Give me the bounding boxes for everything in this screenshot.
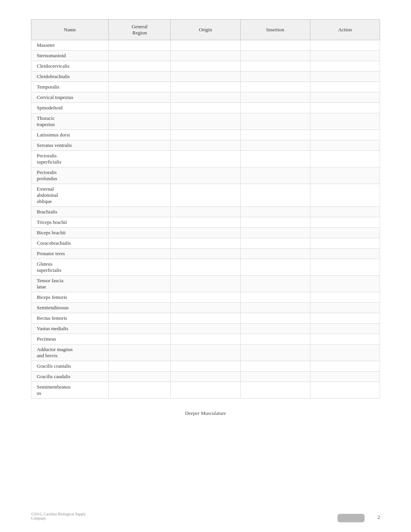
header-name: Name <box>31 20 109 40</box>
muscle-insertion-cell <box>240 303 310 313</box>
muscle-origin-cell <box>171 217 240 228</box>
muscle-name-cell: Pronator teres <box>31 249 109 259</box>
muscle-name-cell: Adductor magnusand brevis <box>31 344 109 361</box>
table-row: Rectus femoris <box>31 313 380 324</box>
muscle-origin-cell <box>171 130 240 140</box>
muscle-name-cell: Biceps brachii <box>31 228 109 238</box>
table-row: Latissimus dorsi <box>31 130 380 140</box>
muscle-insertion-cell <box>240 151 310 167</box>
muscle-action-cell <box>310 72 380 82</box>
table-row: Triceps brachii <box>31 217 380 228</box>
muscle-origin-cell <box>171 92 240 103</box>
muscle-general-cell <box>109 324 171 334</box>
table-row: Semitendinosus <box>31 303 380 313</box>
muscle-general-cell <box>109 72 171 82</box>
muscle-general-cell <box>109 140 171 151</box>
muscle-origin-cell <box>171 207 240 217</box>
page-wrapper: Name GeneralRegion Origin Insertion Acti… <box>0 0 411 447</box>
muscle-action-cell <box>310 92 380 103</box>
table-row: Gluteussuperficialis <box>31 259 380 276</box>
muscle-action-cell <box>310 113 380 130</box>
muscle-name-cell: Latissimus dorsi <box>31 130 109 140</box>
muscle-origin-cell <box>171 292 240 303</box>
muscle-action-cell <box>310 217 380 228</box>
header-origin: Origin <box>171 20 240 40</box>
table-row: Biceps brachii <box>31 228 380 238</box>
muscle-origin-cell <box>171 249 240 259</box>
muscle-insertion-cell <box>240 228 310 238</box>
muscle-action-cell <box>310 361 380 372</box>
muscle-origin-cell <box>171 372 240 382</box>
table-header-row: Name GeneralRegion Origin Insertion Acti… <box>31 20 380 40</box>
muscle-action-cell <box>310 167 380 184</box>
muscle-origin-cell <box>171 382 240 399</box>
muscle-origin-cell <box>171 184 240 207</box>
muscle-general-cell <box>109 303 171 313</box>
muscle-action-cell <box>310 249 380 259</box>
muscle-action-cell <box>310 334 380 344</box>
muscle-name-cell: Gracilis cranialis <box>31 361 109 372</box>
muscle-action-cell <box>310 303 380 313</box>
muscle-origin-cell <box>171 276 240 292</box>
muscle-action-cell <box>310 259 380 276</box>
muscle-general-cell <box>109 92 171 103</box>
muscle-origin-cell <box>171 82 240 92</box>
muscle-name-cell: Tensor fascialatae <box>31 276 109 292</box>
muscle-origin-cell <box>171 324 240 334</box>
muscle-action-cell <box>310 238 380 249</box>
table-body: MasseterSternomastoidCleidocervicalisCle… <box>31 40 380 399</box>
muscle-action-cell <box>310 103 380 113</box>
muscle-general-cell <box>109 382 171 399</box>
muscle-name-cell: Masseter <box>31 40 109 51</box>
muscle-insertion-cell <box>240 361 310 372</box>
muscle-general-cell <box>109 238 171 249</box>
muscle-origin-cell <box>171 313 240 324</box>
muscle-action-cell <box>310 344 380 361</box>
muscle-general-cell <box>109 103 171 113</box>
muscle-origin-cell <box>171 113 240 130</box>
muscle-origin-cell <box>171 151 240 167</box>
muscle-origin-cell <box>171 334 240 344</box>
table-row: Cleidobrachialis <box>31 72 380 82</box>
muscle-name-cell: Gracilis caudalis <box>31 372 109 382</box>
muscle-action-cell <box>310 40 380 51</box>
muscle-action-cell <box>310 207 380 217</box>
table-row: Brachialis <box>31 207 380 217</box>
muscle-name-cell: Gluteussuperficialis <box>31 259 109 276</box>
muscle-insertion-cell <box>240 276 310 292</box>
muscle-general-cell <box>109 40 171 51</box>
muscle-insertion-cell <box>240 167 310 184</box>
muscle-general-cell <box>109 334 171 344</box>
muscle-action-cell <box>310 51 380 61</box>
muscle-name-cell: Serratus ventralis <box>31 140 109 151</box>
table-row: Adductor magnusand brevis <box>31 344 380 361</box>
muscle-action-cell <box>310 82 380 92</box>
muscle-origin-cell <box>171 303 240 313</box>
muscle-name-cell: Triceps brachii <box>31 217 109 228</box>
muscle-general-cell <box>109 228 171 238</box>
muscle-origin-cell <box>171 61 240 72</box>
muscle-action-cell <box>310 184 380 207</box>
header-general-region: GeneralRegion <box>109 20 171 40</box>
table-row: Gracilis cranialis <box>31 361 380 372</box>
muscle-action-cell <box>310 151 380 167</box>
muscle-general-cell <box>109 249 171 259</box>
muscle-insertion-cell <box>240 184 310 207</box>
muscle-insertion-cell <box>240 130 310 140</box>
table-row: Coracobrachialis <box>31 238 380 249</box>
muscle-action-cell <box>310 130 380 140</box>
muscle-name-cell: Cervical trapezius <box>31 92 109 103</box>
muscle-name-cell: Externalabdominaloblique <box>31 184 109 207</box>
table-row: Pronator teres <box>31 249 380 259</box>
muscle-origin-cell <box>171 40 240 51</box>
muscle-action-cell <box>310 228 380 238</box>
muscle-general-cell <box>109 113 171 130</box>
table-row: Pectineus <box>31 334 380 344</box>
table-row: Tensor fascialatae <box>31 276 380 292</box>
footer-text: Deeper Musculature <box>31 410 380 416</box>
muscle-name-cell: Spinodeltoid <box>31 103 109 113</box>
muscle-name-cell: Semimembranosus <box>31 382 109 399</box>
table-row: Sternomastoid <box>31 51 380 61</box>
table-row: Gracilis caudalis <box>31 372 380 382</box>
table-row: Thoracictrapezius <box>31 113 380 130</box>
